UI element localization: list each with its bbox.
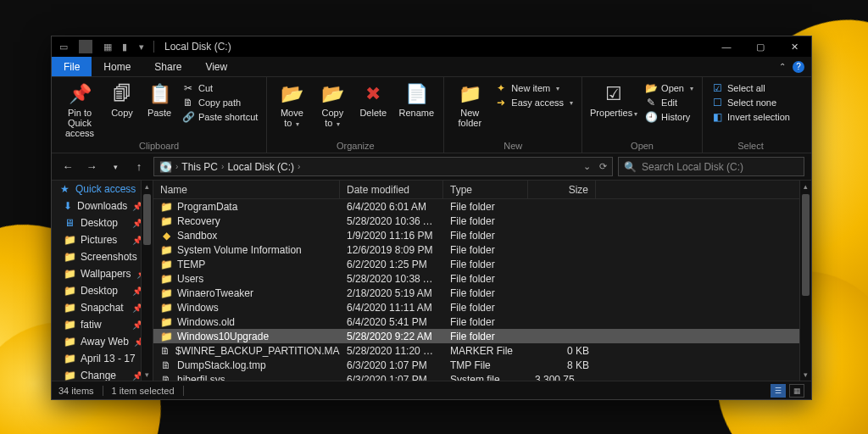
- tab-file[interactable]: File: [52, 57, 92, 76]
- refresh-icon[interactable]: ⟳: [599, 161, 607, 172]
- sidebar-item[interactable]: 📁Change📌: [52, 367, 153, 381]
- table-row[interactable]: 📁TEMP6/2/2020 1:25 PMFile folder: [153, 257, 811, 271]
- select-none-button[interactable]: ☐Select none: [711, 97, 790, 108]
- crumb-local-disk[interactable]: Local Disk (C:): [227, 161, 294, 173]
- close-button[interactable]: ✕: [777, 36, 811, 57]
- list-scrollbar[interactable]: ▴ ▾: [799, 181, 811, 381]
- sidebar-item[interactable]: 📁Snapchat📌: [52, 299, 153, 316]
- group-new: 📁New folder ✦New item▾ ➜Easy access▾ New: [444, 77, 582, 153]
- tab-share[interactable]: Share: [142, 57, 193, 76]
- search-box[interactable]: 🔍 Search Local Disk (C:): [618, 157, 804, 176]
- col-name[interactable]: Name: [153, 181, 340, 198]
- sidebar-scrollbar[interactable]: ▴ ▾: [141, 181, 153, 381]
- move-to-button[interactable]: 📂Move to ▾: [275, 81, 308, 129]
- history-button[interactable]: 🕘History: [645, 111, 693, 123]
- sidebar-item[interactable]: 📁Screenshots📌: [52, 248, 153, 265]
- qat-properties-icon[interactable]: ▦: [101, 40, 114, 53]
- sidebar-item[interactable]: 📁Away Web📌: [52, 333, 153, 350]
- sidebar-item-label: Screenshots: [81, 251, 137, 263]
- window-title: Local Disk (C:): [164, 41, 231, 53]
- minimize-ribbon-icon[interactable]: ⌃: [779, 62, 786, 71]
- help-icon[interactable]: ?: [793, 61, 804, 73]
- file-date: 6/4/2020 5:41 PM: [340, 316, 443, 328]
- table-row[interactable]: 📁WinaeroTweaker2/18/2020 5:19 AMFile fol…: [153, 286, 811, 300]
- maximize-button[interactable]: ▢: [743, 36, 777, 57]
- table-row[interactable]: ◆Sandbox1/9/2020 11:16 PMFile folder: [153, 228, 811, 242]
- scroll-down-icon[interactable]: ▾: [800, 369, 811, 381]
- sidebar-item[interactable]: 📁April 13 - 17📌: [52, 350, 153, 367]
- table-row[interactable]: 🗎hiberfil.sys6/3/2020 1:07 PMSystem file…: [153, 372, 811, 381]
- new-item-button[interactable]: ✦New item▾: [495, 82, 573, 94]
- sidebar-item[interactable]: 📁fatiw📌: [52, 316, 153, 333]
- copy-to-button[interactable]: 📂Copy to ▾: [316, 81, 348, 129]
- up-button[interactable]: ↑: [130, 158, 148, 176]
- table-row[interactable]: 📁Windows.old6/4/2020 5:41 PMFile folder: [153, 314, 811, 329]
- scroll-thumb[interactable]: [143, 194, 151, 245]
- table-row[interactable]: 📁System Volume Information12/6/2019 8:09…: [153, 242, 811, 257]
- table-row[interactable]: 📁Windows6/4/2020 11:11 AMFile folder: [153, 300, 811, 314]
- col-date[interactable]: Date modified: [340, 181, 443, 198]
- recent-dropdown[interactable]: ▾: [106, 158, 125, 176]
- copy-path-button[interactable]: 🗎Copy path: [182, 97, 258, 108]
- file-type: File folder: [443, 287, 528, 299]
- properties-button[interactable]: ☑Properties▾: [591, 81, 637, 119]
- table-row[interactable]: 📁Windows10Upgrade5/28/2020 9:22 AMFile f…: [153, 329, 811, 343]
- status-count: 34 items: [58, 386, 94, 396]
- table-row[interactable]: 📁ProgramData6/4/2020 6:01 AMFile folder: [153, 199, 811, 214]
- paste-shortcut-button[interactable]: 🔗Paste shortcut: [182, 111, 258, 123]
- file-name: System Volume Information: [177, 244, 302, 256]
- title-divider: [153, 41, 154, 53]
- file-type: File folder: [443, 201, 528, 213]
- file-type: File folder: [443, 316, 528, 328]
- table-row[interactable]: 🗎$WINRE_BACKUP_PARTITION.MARKER5/28/2020…: [153, 343, 811, 358]
- ribbon: 📌Pin to Quick access 🗐Copy 📋Paste ✂Cut 🗎…: [52, 77, 811, 153]
- sidebar-item[interactable]: 📁Desktop📌: [52, 282, 153, 299]
- file-type: File folder: [443, 215, 528, 227]
- drive-icon: 💽: [159, 161, 172, 173]
- qat-dropdown-icon[interactable]: ▾: [135, 40, 148, 53]
- tab-home[interactable]: Home: [92, 57, 142, 76]
- scroll-up-icon[interactable]: ▴: [800, 181, 811, 192]
- address-bar[interactable]: 💽 › This PC › Local Disk (C:) › ⌄⟳: [153, 157, 613, 176]
- delete-button[interactable]: ✖Delete: [357, 81, 389, 118]
- scroll-down-icon[interactable]: ▾: [142, 369, 153, 381]
- qat-newfolder-icon[interactable]: ▮: [118, 40, 131, 53]
- sidebar-item[interactable]: ⬇Downloads📌: [52, 198, 153, 214]
- file-date: 6/4/2020 6:01 AM: [340, 201, 443, 213]
- new-folder-button[interactable]: 📁New folder: [453, 81, 487, 128]
- crumb-this-pc[interactable]: This PC: [181, 161, 218, 173]
- minimize-button[interactable]: —: [709, 36, 743, 57]
- addr-dropdown-icon[interactable]: ⌄: [583, 161, 591, 172]
- invert-selection-button[interactable]: ◧Invert selection: [711, 111, 790, 123]
- file-date: 5/28/2020 10:36 AM: [340, 215, 443, 227]
- col-size[interactable]: Size: [528, 181, 596, 198]
- forward-button[interactable]: →: [82, 158, 101, 176]
- sidebar-item-label: Snapchat: [81, 302, 124, 314]
- file-name: Recovery: [177, 215, 220, 227]
- copy-button[interactable]: 🗐Copy: [108, 81, 136, 118]
- thumbnails-view-icon[interactable]: ▦: [789, 384, 804, 398]
- easy-access-button[interactable]: ➜Easy access▾: [495, 97, 573, 108]
- details-view-icon[interactable]: ☰: [771, 384, 786, 398]
- select-all-button[interactable]: ☑Select all: [711, 82, 790, 94]
- tab-view[interactable]: View: [193, 57, 239, 76]
- open-button[interactable]: 📂Open▾: [645, 82, 693, 94]
- pin-quick-access-button[interactable]: 📌Pin to Quick access: [60, 81, 99, 138]
- table-row[interactable]: 📁Users5/28/2020 10:38 AMFile folder: [153, 271, 811, 286]
- file-type: File folder: [443, 331, 528, 342]
- paste-button[interactable]: 📋Paste: [145, 81, 174, 118]
- table-row[interactable]: 🗎DumpStack.log.tmp6/3/2020 1:07 PMTMP Fi…: [153, 358, 811, 372]
- back-button[interactable]: ←: [58, 158, 77, 176]
- sidebar-quick-access[interactable]: ★Quick access: [52, 181, 153, 198]
- edit-button[interactable]: ✎Edit: [645, 97, 693, 108]
- sidebar-item[interactable]: 🖥Desktop📌: [52, 214, 153, 231]
- rename-button[interactable]: 📄Rename: [398, 81, 435, 118]
- table-row[interactable]: 📁Recovery5/28/2020 10:36 AMFile folder: [153, 214, 811, 228]
- cut-button[interactable]: ✂Cut: [182, 82, 258, 94]
- col-type[interactable]: Type: [443, 181, 528, 198]
- scroll-up-icon[interactable]: ▴: [142, 181, 153, 192]
- sidebar-item[interactable]: 📁Pictures📌: [52, 231, 153, 248]
- file-icon: 📁: [160, 287, 172, 299]
- scroll-thumb[interactable]: [802, 194, 810, 296]
- sidebar-item[interactable]: 📁Wallpapers📌: [52, 265, 153, 282]
